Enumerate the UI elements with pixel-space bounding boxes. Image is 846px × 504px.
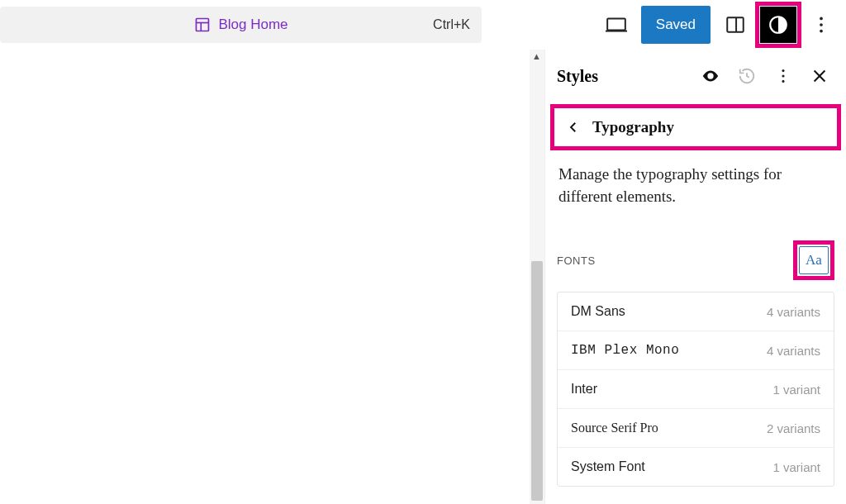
- svg-point-8: [820, 17, 823, 21]
- svg-point-13: [782, 80, 784, 83]
- styles-contrast-icon: [768, 14, 789, 36]
- close-icon: [810, 67, 829, 85]
- svg-point-10: [820, 30, 823, 33]
- settings-panel-button[interactable]: [717, 7, 753, 43]
- font-row[interactable]: IBM Plex Mono4 variants: [558, 331, 834, 370]
- font-row[interactable]: System Font1 variant: [558, 448, 834, 486]
- scroll-up-arrow[interactable]: ▲: [532, 51, 541, 61]
- more-vertical-icon: [810, 14, 832, 36]
- font-name: Source Serif Pro: [571, 421, 658, 435]
- font-variants: 4 variants: [767, 305, 820, 319]
- font-variants: 2 variants: [767, 421, 820, 435]
- document-bar[interactable]: Blog Home Ctrl+K: [0, 7, 482, 43]
- fonts-heading: FONTS: [557, 254, 596, 267]
- typography-nav-highlight: Typography: [550, 104, 841, 150]
- more-vertical-icon: [774, 67, 792, 85]
- typography-label: Typography: [592, 118, 674, 136]
- chevron-left-icon: [566, 120, 581, 135]
- font-row[interactable]: Inter1 variant: [558, 370, 834, 409]
- view-desktop-button[interactable]: [598, 7, 634, 43]
- svg-point-12: [782, 74, 784, 77]
- svg-rect-3: [607, 18, 625, 30]
- close-sidebar-button[interactable]: [805, 61, 834, 91]
- typography-description: Manage the typography settings for diffe…: [558, 164, 833, 207]
- font-name: System Font: [571, 459, 645, 474]
- scrollbar-thumb[interactable]: [531, 261, 543, 501]
- template-icon: [193, 17, 210, 33]
- fonts-header: FONTS Aa: [557, 240, 834, 280]
- editor-canvas[interactable]: ▲: [0, 50, 544, 504]
- scrollbar[interactable]: ▲: [530, 50, 544, 504]
- svg-point-9: [820, 23, 823, 26]
- font-variants: 1 variant: [772, 460, 820, 474]
- panel-icon: [725, 14, 746, 36]
- svg-point-11: [782, 69, 784, 72]
- document-title[interactable]: Blog Home: [193, 17, 288, 33]
- revisions-button[interactable]: [732, 61, 762, 91]
- styles-sidebar: Styles: [544, 50, 846, 504]
- sidebar-more-button[interactable]: [768, 61, 798, 91]
- font-name: IBM Plex Mono: [571, 343, 679, 358]
- shortcut-hint: Ctrl+K: [433, 17, 470, 32]
- sidebar-title: Styles: [557, 67, 598, 86]
- svg-rect-5: [727, 17, 744, 31]
- font-library-button[interactable]: Aa: [799, 246, 829, 274]
- styles-toggle-button[interactable]: [760, 7, 796, 43]
- eye-icon: [701, 67, 720, 85]
- top-toolbar: Blog Home Ctrl+K Saved: [0, 0, 846, 50]
- font-library-highlight: Aa: [793, 240, 834, 280]
- history-icon: [738, 67, 756, 85]
- more-options-button[interactable]: [803, 7, 839, 43]
- svg-rect-0: [196, 19, 208, 31]
- font-row[interactable]: Source Serif Pro2 variants: [558, 409, 834, 448]
- desktop-icon: [606, 14, 627, 36]
- style-book-button[interactable]: [696, 61, 725, 91]
- font-name: DM Sans: [571, 304, 625, 319]
- font-variants: 1 variant: [772, 383, 820, 397]
- font-list: DM Sans4 variantsIBM Plex Mono4 variants…: [557, 292, 834, 487]
- font-row[interactable]: DM Sans4 variants: [558, 292, 834, 331]
- document-title-text: Blog Home: [218, 17, 288, 33]
- main-area: ▲ Styles: [0, 50, 846, 504]
- typography-nav[interactable]: Typography: [559, 115, 832, 140]
- font-variants: 4 variants: [767, 344, 820, 358]
- save-button[interactable]: Saved: [641, 6, 711, 44]
- font-name: Inter: [571, 382, 597, 397]
- sidebar-header: Styles: [557, 61, 834, 91]
